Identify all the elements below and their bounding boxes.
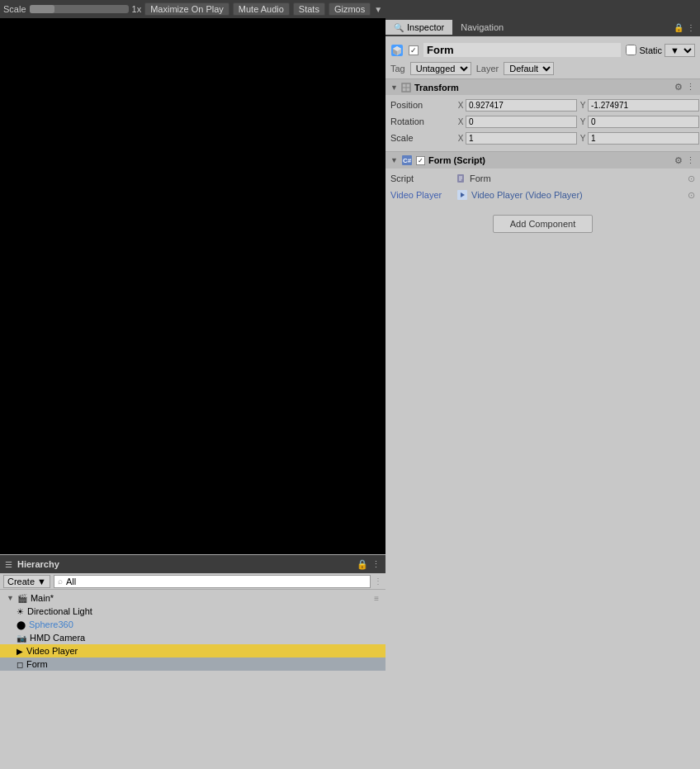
hierarchy-header: ☰ Hierarchy 🔒 ⋮ — [0, 555, 385, 573]
right-panel: 🔍 Inspector Navigation 🔒 ⋮ — [385, 18, 700, 769]
form-script-settings: ⚙ ⋮ — [674, 155, 695, 166]
tab-inspector[interactable]: 🔍 Inspector — [385, 20, 452, 35]
item-label-hmd-camera: HMD Camera — [30, 633, 85, 643]
scale-y-label: Y — [579, 134, 587, 143]
rot-x-label: X — [456, 117, 465, 126]
stats-btn[interactable]: Stats — [293, 2, 325, 16]
search-box[interactable]: ⌕ All — [54, 575, 371, 588]
rot-y-item: Y — [579, 116, 699, 128]
transform-title: Transform — [414, 83, 459, 93]
video-player-value: Video Player (Video Player) — [471, 190, 583, 200]
transform-menu-icon[interactable]: ⋮ — [686, 82, 695, 93]
add-component-container: Add Component — [385, 208, 700, 240]
rot-y-label: Y — [579, 117, 587, 126]
create-button[interactable]: Create ▼ — [3, 575, 50, 588]
expand-icon-main: ▼ — [7, 594, 14, 602]
object-name-input[interactable] — [423, 43, 621, 57]
video-player-field-row: Video Player Video Player (Video Player)… — [390, 188, 695, 202]
script-field-label: Script — [390, 173, 456, 183]
hierarchy-lock-icon[interactable]: 🔒 — [357, 559, 368, 570]
inspector-menu-icon[interactable]: ⋮ — [687, 23, 695, 32]
object-active-checkbox[interactable]: ✓ — [409, 45, 419, 55]
layer-label: Layer — [476, 64, 499, 74]
hierarchy-item-directional-light[interactable]: ☀ Directional Light — [0, 605, 385, 618]
video-player-link-icon[interactable]: ⊙ — [688, 190, 695, 201]
scale-x-input[interactable] — [466, 132, 577, 145]
pos-y-input[interactable] — [588, 99, 699, 112]
pos-x-label: X — [456, 101, 465, 110]
scale-y-input[interactable] — [588, 132, 699, 145]
scale-slider[interactable] — [30, 5, 129, 13]
scale-label: Scale — [3, 4, 26, 14]
search-placeholder: All — [66, 577, 76, 586]
top-toolbar: Scale 1x Maximize On Play Mute Audio Sta… — [0, 0, 700, 18]
form-script-component: ▼ C# ✓ Form (Script) ⚙ ⋮ — [385, 151, 700, 206]
hierarchy-item-main[interactable]: ▼ 🎬 Main* ≡ — [0, 591, 385, 605]
form-script-active-checkbox[interactable]: ✓ — [416, 156, 425, 165]
hierarchy-item-video-player[interactable]: ▶ Video Player — [0, 644, 385, 657]
static-checkbox-container: Static ▼ — [626, 44, 695, 57]
pos-x-item: X — [456, 99, 577, 112]
transform-settings-icon[interactable]: ⚙ — [674, 82, 683, 93]
hierarchy-options-icon[interactable]: ⋮ — [374, 577, 382, 586]
form-icon: ◻ — [17, 660, 23, 669]
scene-icon: 🎬 — [17, 594, 27, 603]
inspector-tab-icon: 🔍 — [394, 23, 404, 32]
tab-navigation[interactable]: Navigation — [452, 20, 512, 35]
transform-settings: ⚙ ⋮ — [674, 82, 695, 93]
form-script-header[interactable]: ▼ C# ✓ Form (Script) ⚙ ⋮ — [385, 152, 700, 169]
pos-x-input[interactable] — [466, 99, 577, 112]
script-file-icon — [456, 173, 466, 183]
tag-label: Tag — [390, 64, 405, 74]
static-dropdown[interactable]: ▼ — [665, 44, 695, 57]
hierarchy-list: ▼ 🎬 Main* ≡ ☀ Directional Light ⬤ Sphere… — [0, 590, 385, 769]
scale-y-item: Y — [579, 132, 699, 145]
hierarchy-item-hmd-camera[interactable]: 📷 HMD Camera — [0, 631, 385, 644]
hierarchy-item-sphere360[interactable]: ⬤ Sphere360 — [0, 618, 385, 631]
position-xyz: X Y Z — [456, 99, 700, 112]
form-script-menu-icon[interactable]: ⋮ — [686, 155, 695, 166]
hierarchy-list-options-icon[interactable]: ≡ — [374, 594, 379, 603]
video-player-icon: ▶ — [17, 647, 23, 656]
left-panel: ☰ Hierarchy 🔒 ⋮ Create ▼ ⌕ All ⋮ — [0, 18, 385, 769]
checkbox-check-icon: ✓ — [410, 46, 417, 55]
static-checkbox[interactable] — [626, 45, 636, 55]
viewport — [0, 18, 385, 554]
scale-xyz: X Y Z — [456, 132, 700, 145]
script-field-row: Script Form ⊙ — [390, 171, 695, 186]
hierarchy-toolbar: Create ▼ ⌕ All ⋮ — [0, 573, 385, 590]
rot-x-input[interactable] — [466, 116, 577, 128]
add-component-button[interactable]: Add Component — [493, 215, 594, 233]
tag-dropdown[interactable]: Untagged — [410, 62, 471, 75]
maximize-on-play-btn[interactable]: Maximize On Play — [144, 2, 229, 16]
scale-x-label: X — [456, 134, 465, 143]
hierarchy-menu-icon[interactable]: ⋮ — [371, 559, 381, 570]
layer-dropdown[interactable]: Default — [504, 62, 554, 75]
script-value: Form — [470, 173, 491, 183]
item-label-directional-light: Directional Light — [27, 606, 92, 616]
inspector-tab-right: 🔒 ⋮ — [674, 23, 700, 32]
gizmos-dropdown-icon[interactable]: ▼ — [374, 5, 382, 14]
form-script-settings-icon[interactable]: ⚙ — [674, 155, 683, 166]
gizmos-btn[interactable]: Gizmos — [329, 2, 371, 16]
video-field: Video Player (Video Player) ⊙ — [456, 189, 695, 201]
hierarchy-panel-title: Hierarchy — [17, 559, 59, 569]
pos-y-item: Y — [579, 99, 699, 112]
script-link-icon[interactable]: ⊙ — [688, 173, 695, 184]
script-field: Form ⊙ — [456, 173, 695, 184]
transform-header[interactable]: ▼ Transform ⚙ ⋮ — [385, 79, 700, 95]
mute-audio-btn[interactable]: Mute Audio — [233, 2, 290, 16]
hierarchy-item-form[interactable]: ◻ Form — [0, 657, 385, 671]
object-header: ✓ Static ▼ — [385, 40, 700, 60]
navigation-tab-label: Navigation — [461, 22, 504, 32]
rot-y-input[interactable] — [588, 116, 699, 128]
rot-x-item: X — [456, 116, 577, 128]
scale-row: Scale X Y Z — [390, 131, 695, 145]
light-icon: ☀ — [17, 607, 24, 616]
form-script-check-icon: ✓ — [418, 157, 423, 164]
form-script-icon: C# — [401, 154, 413, 166]
inspector-content: ✓ Static ▼ Tag Untagged Layer — [385, 36, 700, 769]
inspector-lock-icon[interactable]: 🔒 — [674, 23, 683, 32]
position-row: Position X Y Z — [390, 97, 695, 112]
video-player-field-label: Video Player — [390, 190, 456, 200]
